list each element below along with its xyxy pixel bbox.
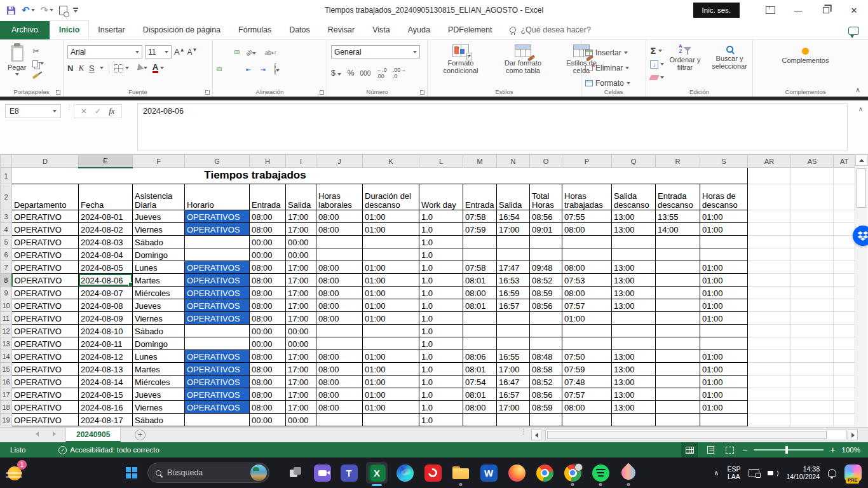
cell[interactable] <box>748 401 791 414</box>
cell-F4[interactable]: Viernes <box>133 223 185 236</box>
cell-N19[interactable] <box>497 414 530 426</box>
font-name-select[interactable]: Arial <box>67 45 142 58</box>
redo-button[interactable]: ↷ <box>41 4 54 16</box>
start-button[interactable] <box>121 462 142 484</box>
volume-icon[interactable] <box>768 468 778 477</box>
find-select-button[interactable]: Buscar y seleccionar <box>706 43 753 71</box>
cell-I12[interactable]: 00:00 <box>286 325 316 337</box>
row-header-12[interactable]: 12 <box>1 325 12 337</box>
cell-S9[interactable]: 01:00 <box>700 287 748 299</box>
cell-S4[interactable]: 01:00 <box>700 223 748 236</box>
cell-E16[interactable]: 2024-08-14 <box>79 376 133 388</box>
cut-button[interactable]: ✂ <box>32 46 44 56</box>
clipboard-dialog-launcher-icon[interactable] <box>56 90 60 95</box>
column-header-AS[interactable]: AS <box>791 155 834 168</box>
cell-O4[interactable]: 09:01 <box>530 223 562 236</box>
zoom-out-button[interactable]: − <box>742 445 747 455</box>
cell-D7[interactable]: OPERATIVO <box>12 261 79 274</box>
cell[interactable] <box>834 299 855 312</box>
cell[interactable] <box>791 388 834 401</box>
italic-button[interactable]: K <box>78 63 84 73</box>
cell-P10[interactable]: 07:57 <box>562 299 612 312</box>
cell-J14[interactable]: 08:00 <box>316 350 363 363</box>
cell[interactable] <box>791 210 834 223</box>
cell-O7[interactable]: 09:48 <box>530 261 562 274</box>
horizontal-scrollbar[interactable] <box>545 430 846 440</box>
fill-button[interactable]: ↓ <box>650 59 664 69</box>
confirm-entry-icon[interactable]: ✓ <box>95 107 101 116</box>
cell-M11[interactable] <box>463 312 497 325</box>
column-header-P[interactable]: P <box>562 155 612 168</box>
cell[interactable] <box>748 312 791 325</box>
cell-L17[interactable]: 1.0 <box>419 388 463 401</box>
vertical-scroll-thumb[interactable] <box>857 168 866 208</box>
cell[interactable] <box>791 312 834 325</box>
cell-K3[interactable]: 01:00 <box>363 210 419 223</box>
cell-H8[interactable]: 08:00 <box>250 274 286 287</box>
cell[interactable] <box>791 168 834 184</box>
align-left-button[interactable] <box>217 67 222 71</box>
cell-N13[interactable] <box>497 337 530 350</box>
cell-I3[interactable]: 17:00 <box>286 210 316 223</box>
cell[interactable] <box>791 223 834 236</box>
cell-G13[interactable] <box>185 337 250 350</box>
column-header-AR[interactable]: AR <box>748 155 791 168</box>
cell[interactable] <box>834 210 855 223</box>
zoom-level[interactable]: 100% <box>842 446 860 454</box>
cell[interactable] <box>791 363 834 376</box>
cell-O9[interactable]: 08:59 <box>530 287 562 299</box>
fill-color-button[interactable] <box>134 64 147 73</box>
cell-N14[interactable]: 16:55 <box>497 350 530 363</box>
cell-M14[interactable]: 08:06 <box>463 350 497 363</box>
ribbon-tab-insertar[interactable]: Insertar <box>89 21 133 39</box>
clear-button[interactable] <box>650 72 664 83</box>
cell-M12[interactable] <box>463 325 497 337</box>
cell-H19[interactable]: 00:00 <box>250 414 286 426</box>
cell-J11[interactable]: 08:00 <box>316 312 363 325</box>
cell-G17[interactable]: OPERATIVOS <box>185 388 250 401</box>
ribbon-tab-datos[interactable]: Datos <box>280 21 319 39</box>
align-top-button[interactable] <box>217 50 222 54</box>
column-header-D[interactable]: D <box>12 155 79 168</box>
cell-E15[interactable]: 2024-08-13 <box>79 363 133 376</box>
cell[interactable] <box>834 236 855 248</box>
cell-R12[interactable] <box>656 325 700 337</box>
cell-S16[interactable]: 01:00 <box>700 376 748 388</box>
cell-F18[interactable]: Viernes <box>133 401 185 414</box>
cell-S10[interactable]: 01:00 <box>700 299 748 312</box>
cell-D11[interactable]: OPERATIVO <box>12 312 79 325</box>
cell-H5[interactable]: 00:00 <box>250 236 286 248</box>
decrease-font-icon[interactable]: A▼ <box>187 47 198 57</box>
cell-F8[interactable]: Martes <box>133 274 185 287</box>
column-header-H[interactable]: H <box>250 155 286 168</box>
cell-N16[interactable]: 16:47 <box>497 376 530 388</box>
number-dialog-launcher-icon[interactable] <box>420 90 424 95</box>
cell-R18[interactable] <box>656 401 700 414</box>
cell-M17[interactable]: 08:01 <box>463 388 497 401</box>
cell-O11[interactable] <box>530 312 562 325</box>
addins-button[interactable]: Complementos <box>776 43 836 66</box>
cell-R5[interactable] <box>656 236 700 248</box>
cell-M5[interactable] <box>463 236 497 248</box>
cell[interactable] <box>748 388 791 401</box>
cell-N11[interactable] <box>497 312 530 325</box>
cell-F15[interactable]: Martes <box>133 363 185 376</box>
previous-sheet-icon[interactable] <box>36 431 39 437</box>
collapse-ribbon-icon[interactable]: ∧ <box>855 86 860 94</box>
cell-O6[interactable] <box>530 248 562 261</box>
underline-button[interactable]: S <box>89 64 95 73</box>
table-header-cell[interactable]: Horario <box>185 184 250 210</box>
delete-cells-button[interactable]: Eliminar <box>585 62 630 74</box>
table-header-cell[interactable]: Horas de descanso <box>700 184 748 210</box>
cell-G16[interactable]: OPERATIVOS <box>185 376 250 388</box>
cell-R19[interactable] <box>656 414 700 426</box>
cell[interactable] <box>748 248 791 261</box>
cell-N15[interactable]: 17:00 <box>497 363 530 376</box>
cell-O10[interactable]: 08:56 <box>530 299 562 312</box>
cell-S12[interactable] <box>700 325 748 337</box>
cell[interactable] <box>748 337 791 350</box>
cell-Q8[interactable]: 13:00 <box>612 274 656 287</box>
new-sheet-button[interactable]: + <box>135 430 146 440</box>
cell[interactable] <box>748 325 791 337</box>
cell-D5[interactable]: OPERATIVO <box>12 236 79 248</box>
